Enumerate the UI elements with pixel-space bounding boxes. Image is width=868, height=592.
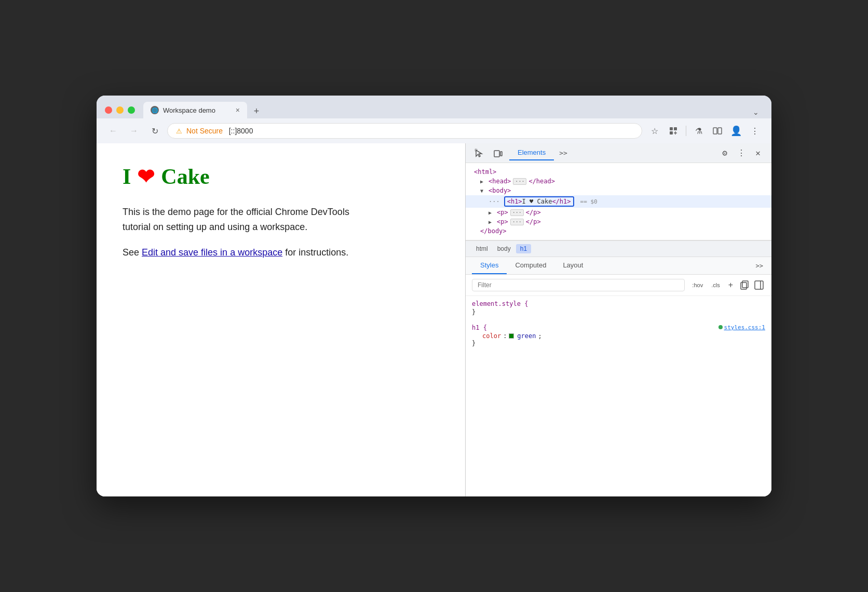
inspect-element-button[interactable]	[472, 146, 486, 160]
selected-indicator: == $0	[580, 198, 598, 205]
tab-dropdown-button[interactable]: ⌄	[749, 106, 763, 118]
bookmark-button[interactable]: ☆	[646, 123, 663, 139]
breadcrumb-h1[interactable]: h1	[516, 244, 531, 253]
element-style-rule: element.style { }	[472, 300, 765, 316]
filter-actions: :hov .cls +	[689, 279, 765, 291]
p1-expand-arrow[interactable]: ▶	[489, 210, 495, 216]
back-button[interactable]: ←	[105, 123, 121, 139]
reload-button[interactable]: ↻	[146, 123, 163, 139]
toggle-sidebar-button[interactable]	[753, 279, 765, 291]
color-property-value: green	[517, 332, 536, 340]
address-text: Not Secure [::]8000	[186, 127, 253, 135]
dom-p2-line[interactable]: ▶ <p> ··· </p>	[466, 217, 771, 226]
browser-window: 🌐 Workspace demo × + ⌄ ← → ↻ ⚠ Not Secur…	[97, 96, 771, 496]
nav-divider	[686, 126, 686, 136]
hov-button[interactable]: :hov	[689, 280, 706, 290]
elements-tab[interactable]: Elements	[509, 145, 554, 160]
p2-ellipsis[interactable]: ···	[510, 219, 524, 225]
styles-css-link[interactable]: styles.css:1	[718, 324, 765, 331]
device-toolbar-button[interactable]	[491, 146, 505, 160]
h1-highlight: <h1>I ♥ Cake</h1>	[504, 196, 574, 207]
head-close-tag: </head>	[528, 178, 555, 185]
lab-button[interactable]: ⚗	[690, 123, 707, 139]
breadcrumb-html[interactable]: html	[472, 244, 492, 253]
dom-body-line[interactable]: ▼ <body>	[466, 186, 771, 195]
devtools-toolbar: Elements >> ⚙ ⋮ ✕	[466, 143, 771, 163]
svg-rect-8	[741, 282, 747, 289]
tab-close-button[interactable]: ×	[236, 106, 240, 114]
h1-three-dot: ···	[489, 198, 500, 205]
new-tab-button[interactable]: +	[249, 104, 264, 118]
tab-title: Workspace demo	[163, 106, 232, 114]
head-ellipsis[interactable]: ···	[513, 178, 526, 185]
title-bar: 🌐 Workspace demo × + ⌄	[97, 96, 771, 118]
forward-button[interactable]: →	[126, 123, 142, 139]
extensions-button[interactable]	[665, 123, 682, 139]
filter-bar: :hov .cls +	[466, 275, 771, 296]
svg-rect-2	[670, 131, 673, 134]
address-bar[interactable]: ⚠ Not Secure [::]8000	[167, 123, 642, 139]
page-heading: I ❤ Cake	[123, 164, 439, 189]
workspace-link[interactable]: Edit and save files in a workspace	[142, 247, 282, 258]
h1-open-tag: <h1>	[507, 198, 522, 205]
dom-body-close-line[interactable]: </body>	[466, 226, 771, 236]
svg-rect-6	[494, 151, 499, 157]
body-p2-prefix: See	[123, 247, 142, 258]
h1-text: I ♥ Cake	[522, 198, 552, 205]
body-expand-arrow[interactable]: ▼	[480, 188, 486, 194]
head-expand-arrow[interactable]: ▶	[480, 179, 486, 184]
active-tab[interactable]: 🌐 Workspace demo ×	[143, 102, 247, 118]
devtools-toolbar-right: ⚙ ⋮ ✕	[717, 146, 765, 160]
more-styles-tabs-button[interactable]: >>	[754, 258, 765, 274]
styles-tabs: Styles Computed Layout >>	[466, 257, 771, 275]
minimize-button[interactable]	[116, 106, 124, 114]
layout-tab[interactable]: Layout	[554, 257, 591, 274]
traffic-lights	[105, 106, 135, 114]
h1-rule: h1 { styles.css:1 color : green ;	[472, 324, 765, 347]
p1-close-tag: </p>	[526, 209, 541, 216]
styles-panel: Styles Computed Layout >> :hov .cls +	[466, 257, 771, 496]
styles-tab[interactable]: Styles	[472, 257, 507, 274]
devtools-settings-button[interactable]: ⚙	[717, 146, 732, 160]
devtools-close-button[interactable]: ✕	[751, 146, 765, 160]
color-property-line: color : green ;	[472, 332, 765, 340]
add-style-button[interactable]: +	[725, 279, 736, 291]
more-tabs-button[interactable]: >>	[555, 146, 572, 160]
color-swatch[interactable]	[509, 333, 514, 339]
dom-html-line[interactable]: <html>	[466, 167, 771, 177]
p2-expand-arrow[interactable]: ▶	[489, 219, 495, 225]
breadcrumb-bar: html body h1	[466, 240, 771, 257]
profile-button[interactable]: 👤	[728, 123, 744, 139]
tab-favicon: 🌐	[151, 106, 159, 114]
color-property-name: color	[482, 332, 501, 340]
p2-close-tag: </p>	[526, 218, 541, 225]
semicolon: ;	[538, 332, 541, 340]
close-button[interactable]	[105, 106, 112, 114]
p1-open-tag: <p>	[497, 209, 508, 216]
p2-open-tag: <p>	[497, 218, 508, 225]
dom-p1-line[interactable]: ▶ <p> ··· </p>	[466, 208, 771, 217]
computed-tab[interactable]: Computed	[507, 257, 554, 274]
devtools-tabs: Elements >>	[509, 145, 713, 160]
devtools-more-button[interactable]: ⋮	[734, 146, 749, 160]
dom-tree: <html> ▶ <head> ··· </head> ▼ <body> ···	[466, 163, 771, 240]
url-text: [::]8000	[229, 127, 253, 135]
breadcrumb-body[interactable]: body	[493, 244, 515, 253]
maximize-button[interactable]	[128, 106, 135, 114]
body-paragraph-1: This is the demo page for the official C…	[123, 205, 372, 235]
css-rules: element.style { } h1 { styles.css:1 colo…	[466, 296, 771, 359]
copy-styles-button[interactable]	[738, 279, 751, 291]
styles-filter-input[interactable]	[472, 279, 685, 291]
heading-cake: Cake	[161, 164, 209, 189]
devtools-panel: Elements >> ⚙ ⋮ ✕ <html> ▶ <head>	[465, 143, 771, 496]
html-tag: <html>	[474, 168, 496, 176]
split-screen-button[interactable]	[709, 123, 726, 139]
dom-h1-line[interactable]: ··· <h1>I ♥ Cake</h1> == $0	[466, 195, 771, 208]
nav-bar: ← → ↻ ⚠ Not Secure [::]8000 ☆ ⚗ 👤 ⋮	[97, 118, 771, 143]
dom-head-line[interactable]: ▶ <head> ··· </head>	[466, 177, 771, 186]
cls-button[interactable]: .cls	[708, 280, 723, 290]
more-button[interactable]: ⋮	[747, 123, 763, 139]
svg-rect-0	[670, 127, 673, 130]
p1-ellipsis[interactable]: ···	[510, 209, 524, 216]
heading-i: I	[123, 164, 131, 189]
